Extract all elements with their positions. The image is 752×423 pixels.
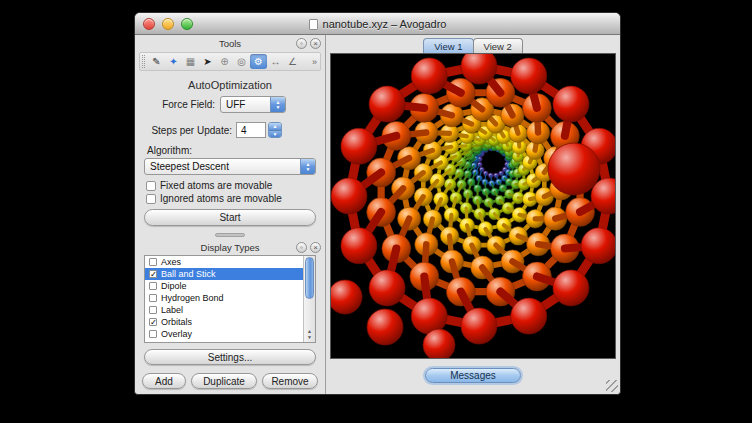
start-button[interactable]: Start bbox=[144, 209, 316, 226]
document-proxy-icon bbox=[309, 19, 318, 30]
left-dock-column: Tools ◦ × ✎ ✦ ▦ ➤ ⊕ ◎ ⚙ ↔ ∠ bbox=[135, 35, 325, 394]
dock-splitter[interactable] bbox=[135, 231, 325, 238]
ignored-atoms-checkbox-row[interactable]: Ignored atoms are movable bbox=[146, 193, 282, 204]
navigate-tool-icon[interactable]: ✦ bbox=[165, 54, 182, 69]
fixed-atoms-label: Fixed atoms are movable bbox=[160, 180, 272, 191]
toolbar-drag-handle[interactable] bbox=[142, 55, 145, 68]
hydrogen-bond-checkbox[interactable] bbox=[149, 294, 157, 302]
orbitals-checkbox[interactable] bbox=[149, 318, 157, 326]
ignored-atoms-label: Ignored atoms are movable bbox=[160, 193, 282, 204]
display-type-row-ball-and-stick[interactable]: Ball and Stick bbox=[145, 268, 315, 280]
add-button[interactable]: Add bbox=[142, 373, 186, 389]
view-pane: View 1 View 2 Messages bbox=[326, 35, 620, 394]
manipulate-tool-icon[interactable]: ⊕ bbox=[216, 54, 233, 69]
axes-checkbox[interactable] bbox=[149, 258, 157, 266]
display-types-dock-title: Display Types bbox=[201, 242, 260, 253]
messages-button[interactable]: Messages bbox=[425, 368, 521, 383]
steps-per-update-value: 4 bbox=[241, 125, 247, 136]
scrollbar-thumb[interactable] bbox=[305, 257, 314, 299]
steps-per-update-label: Steps per Update: bbox=[135, 125, 232, 136]
axes-label: Axes bbox=[161, 257, 181, 267]
overlay-label: Overlay bbox=[161, 329, 192, 339]
fixed-atoms-checkbox-row[interactable]: Fixed atoms are movable bbox=[146, 180, 272, 191]
label-label: Label bbox=[161, 305, 183, 315]
desktop-background: nanotube.xyz – Avogadro Tools ◦ × ✎ ✦ ▦ bbox=[0, 0, 752, 423]
display-type-row-label[interactable]: Label bbox=[145, 304, 315, 316]
tool-toolbar: ✎ ✦ ▦ ➤ ⊕ ◎ ⚙ ↔ ∠ » bbox=[139, 52, 321, 71]
window-title-text: nanotube.xyz – Avogadro bbox=[323, 18, 447, 30]
overlay-checkbox[interactable] bbox=[149, 330, 157, 338]
settings-button[interactable]: Settings... bbox=[144, 349, 316, 365]
dipole-checkbox[interactable] bbox=[149, 282, 157, 290]
selection-tool-icon[interactable]: ➤ bbox=[199, 54, 216, 69]
draw-tool-icon[interactable]: ✎ bbox=[148, 54, 165, 69]
tab-view-2[interactable]: View 2 bbox=[473, 38, 523, 53]
display-dock-close-button[interactable]: × bbox=[310, 242, 321, 253]
label-checkbox[interactable] bbox=[149, 306, 157, 314]
ball-and-stick-label: Ball and Stick bbox=[161, 269, 216, 279]
force-field-label: Force Field: bbox=[135, 99, 215, 110]
auto-optimization-title: AutoOptimization bbox=[135, 79, 325, 91]
display-types-list: Axes Ball and Stick Dipole Hydrogen Bond bbox=[144, 255, 316, 343]
avogadro-window: nanotube.xyz – Avogadro Tools ◦ × ✎ ✦ ▦ bbox=[134, 12, 621, 395]
tools-dock-header: Tools ◦ × bbox=[135, 37, 325, 51]
display-type-row-orbitals[interactable]: Orbitals bbox=[145, 316, 315, 328]
force-field-value: UFF bbox=[221, 99, 270, 110]
steps-spinner: ▲ ▼ bbox=[268, 122, 282, 138]
ignored-atoms-checkbox[interactable] bbox=[146, 194, 156, 204]
orbitals-label: Orbitals bbox=[161, 317, 192, 327]
hydrogen-bond-label: Hydrogen Bond bbox=[161, 293, 224, 303]
duplicate-button[interactable]: Duplicate bbox=[191, 373, 257, 389]
tab-view-1[interactable]: View 1 bbox=[423, 38, 473, 53]
rotate-tool-icon[interactable]: ◎ bbox=[233, 54, 250, 69]
tools-dock-buttons: ◦ × bbox=[296, 38, 321, 49]
remove-button[interactable]: Remove bbox=[262, 373, 318, 389]
spin-down-icon[interactable]: ▼ bbox=[269, 130, 281, 138]
display-type-row-hydrogen-bond[interactable]: Hydrogen Bond bbox=[145, 292, 315, 304]
bond-centric-tool-icon[interactable]: ▦ bbox=[182, 54, 199, 69]
nanotube-render bbox=[331, 54, 616, 358]
window-content: Tools ◦ × ✎ ✦ ▦ ➤ ⊕ ◎ ⚙ ↔ ∠ bbox=[135, 35, 620, 394]
algorithm-label: Algorithm: bbox=[147, 145, 227, 156]
window-resize-grip[interactable] bbox=[606, 380, 618, 392]
titlebar[interactable]: nanotube.xyz – Avogadro bbox=[135, 13, 620, 35]
algorithm-value: Steepest Descent bbox=[145, 161, 300, 172]
display-type-row-dipole[interactable]: Dipole bbox=[145, 280, 315, 292]
fixed-atoms-checkbox[interactable] bbox=[146, 181, 156, 191]
view-tabbar: View 1 View 2 bbox=[326, 35, 620, 53]
gl-viewport[interactable] bbox=[330, 53, 616, 359]
combo-stepper-icon bbox=[300, 159, 315, 174]
combo-stepper-icon bbox=[270, 97, 285, 112]
dipole-label: Dipole bbox=[161, 281, 187, 291]
display-dock-buttons: ◦ × bbox=[296, 242, 321, 253]
list-scrollbar[interactable]: ▲▼ bbox=[303, 256, 315, 342]
force-field-select[interactable]: UFF bbox=[220, 96, 286, 113]
window-title: nanotube.xyz – Avogadro bbox=[135, 13, 620, 35]
steps-per-update-input[interactable]: 4 bbox=[236, 122, 266, 138]
ball-and-stick-checkbox[interactable] bbox=[149, 270, 157, 278]
display-type-row-overlay[interactable]: Overlay bbox=[145, 328, 315, 340]
auto-optimize-tool-icon[interactable]: ⚙ bbox=[250, 54, 267, 69]
scrollbar-arrows[interactable]: ▲▼ bbox=[304, 326, 315, 342]
toolbar-overflow-button[interactable]: » bbox=[311, 57, 318, 67]
display-type-row-axes[interactable]: Axes bbox=[145, 256, 315, 268]
display-types-dock-header: Display Types ◦ × bbox=[135, 241, 325, 255]
tools-dock-close-button[interactable]: × bbox=[310, 38, 321, 49]
measure-tool-icon[interactable]: ↔ bbox=[267, 54, 284, 69]
display-dock-float-button[interactable]: ◦ bbox=[296, 242, 307, 253]
zmatrix-tool-icon[interactable]: ∠ bbox=[284, 54, 301, 69]
algorithm-select[interactable]: Steepest Descent bbox=[144, 158, 316, 175]
splitter-handle[interactable] bbox=[215, 233, 245, 237]
tools-dock-float-button[interactable]: ◦ bbox=[296, 38, 307, 49]
tools-dock-title: Tools bbox=[219, 38, 241, 49]
